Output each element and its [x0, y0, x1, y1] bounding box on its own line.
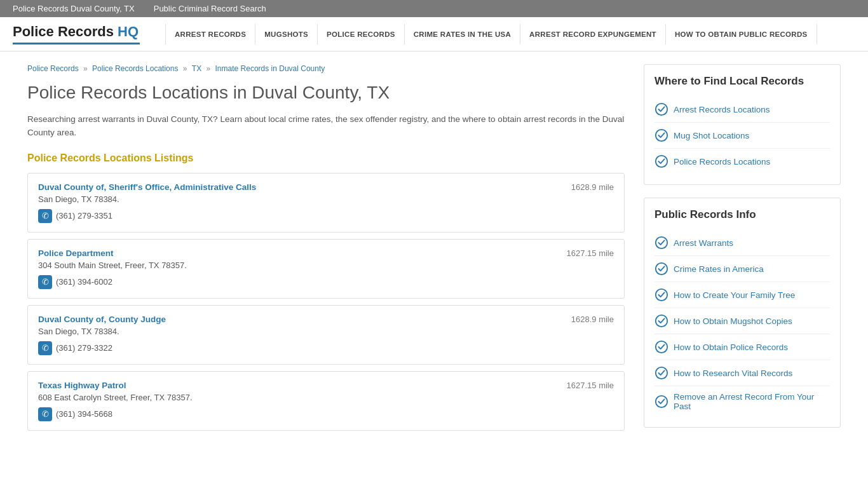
public-link-4[interactable]: How to Obtain Police Records [654, 334, 830, 360]
listing-card-2: Duval County of, County Judge 1628.9 mil… [27, 305, 625, 365]
main-container: Police Records » Police Records Location… [15, 51, 853, 453]
breadcrumb: Police Records » Police Records Location… [27, 64, 625, 73]
listing-name-0: Duval County of, Sheriff's Office, Admin… [38, 182, 256, 192]
listing-header-3: Texas Highway Patrol 1627.15 mile [38, 381, 614, 390]
listing-phone-1: ✆ (361) 394-6002 [38, 275, 614, 289]
public-link-1[interactable]: Crime Rates in America [654, 256, 830, 282]
listing-name-3: Texas Highway Patrol [38, 381, 126, 390]
listing-phone-3: ✆ (361) 394-5668 [38, 407, 614, 421]
sidebar-public-records-title: Public Records Info [654, 208, 830, 221]
public-link-label-3: How to Obtain Mugshot Copies [674, 316, 792, 326]
public-link-label-1: Crime Rates in America [674, 264, 764, 274]
where-link-0[interactable]: Arrest Records Locations [654, 97, 830, 123]
sidebar-where-title: Where to Find Local Records [654, 75, 830, 88]
listing-phone-number-2: (361) 279-3322 [56, 343, 112, 353]
svg-point-6 [656, 315, 667, 327]
listing-address-1: 304 South Main Street, Freer, TX 78357. [38, 261, 614, 270]
public-link-3[interactable]: How to Obtain Mugshot Copies [654, 308, 830, 334]
breadcrumb-sep-1: » [83, 64, 90, 73]
check-circle-icon [654, 154, 668, 168]
nav-item-crime-rates-in-the-usa[interactable]: CRIME RATES IN THE USA [405, 24, 520, 44]
svg-point-2 [656, 156, 667, 167]
check-circle-icon [654, 262, 668, 276]
check-circle-icon [654, 288, 668, 302]
where-links: Arrest Records Locations Mug Shot Locati… [654, 97, 830, 174]
sidebar-public-records-box: Public Records Info Arrest Warrants Crim… [644, 198, 841, 428]
phone-icon-0: ✆ [38, 209, 52, 223]
breadcrumb-tx[interactable]: TX [192, 64, 201, 73]
svg-point-5 [656, 289, 667, 301]
public-link-label-5: How to Research Vital Records [674, 369, 792, 378]
check-circle-icon [654, 102, 668, 116]
where-link-label-2: Police Records Locations [674, 157, 770, 166]
listing-distance-0: 1628.9 mile [571, 182, 614, 192]
public-link-2[interactable]: How to Create Your Family Tree [654, 282, 830, 308]
listing-name-1: Police Department [38, 248, 114, 258]
main-content: Police Records » Police Records Location… [27, 64, 625, 440]
public-link-label-2: How to Create Your Family Tree [674, 290, 795, 300]
listing-distance-2: 1628.9 mile [571, 315, 614, 324]
breadcrumb-police-records-locations[interactable]: Police Records Locations [92, 64, 178, 73]
public-link-0[interactable]: Arrest Warrants [654, 230, 830, 256]
listing-address-3: 608 East Carolyn Street, Freer, TX 78357… [38, 393, 614, 402]
where-link-2[interactable]: Police Records Locations [654, 149, 830, 174]
svg-point-7 [656, 341, 667, 353]
sidebar: Where to Find Local Records Arrest Recor… [644, 64, 841, 440]
check-circle-icon [654, 366, 668, 380]
public-link-label-6: Remove an Arrest Record From Your Past [674, 392, 830, 411]
listing-card-1: Police Department 1627.15 mile 304 South… [27, 239, 625, 299]
nav-item-police-records[interactable]: POLICE RECORDS [318, 24, 405, 44]
breadcrumb-sep-3: » [207, 64, 213, 73]
breadcrumb-police-records[interactable]: Police Records [27, 64, 79, 73]
where-link-label-1: Mug Shot Locations [674, 131, 749, 140]
listing-header-1: Police Department 1627.15 mile [38, 248, 614, 258]
check-circle-icon [654, 128, 668, 142]
check-circle-icon [654, 395, 668, 409]
phone-icon-1: ✆ [38, 275, 52, 289]
check-circle-icon [654, 314, 668, 328]
public-link-6[interactable]: Remove an Arrest Record From Your Past [654, 386, 830, 417]
topbar-link-1[interactable]: Police Records Duval County, TX [13, 4, 135, 13]
check-circle-icon [654, 236, 668, 250]
where-link-1[interactable]: Mug Shot Locations [654, 123, 830, 149]
listing-address-0: San Diego, TX 78384. [38, 194, 614, 204]
listings-heading: Police Records Locations Listings [27, 152, 625, 164]
nav-item-mugshots[interactable]: MUGSHOTS [255, 24, 318, 44]
listing-distance-3: 1627.15 mile [567, 381, 614, 390]
nav-item-arrest-record-expungement[interactable]: ARREST RECORD EXPUNGEMENT [520, 24, 666, 44]
svg-point-1 [656, 130, 667, 141]
svg-point-4 [656, 263, 667, 274]
svg-point-3 [656, 237, 667, 248]
listing-card-3: Texas Highway Patrol 1627.15 mile 608 Ea… [27, 371, 625, 431]
svg-point-0 [656, 104, 667, 115]
check-circle-icon [654, 340, 668, 354]
listings-container: Duval County of, Sheriff's Office, Admin… [27, 173, 625, 431]
listing-phone-number-3: (361) 394-5668 [56, 409, 112, 419]
where-link-label-0: Arrest Records Locations [674, 105, 770, 114]
nav-item-arrest-records[interactable]: ARREST RECORDS [165, 24, 255, 44]
listing-distance-1: 1627.15 mile [567, 248, 614, 258]
listing-name-2: Duval County of, County Judge [38, 315, 166, 324]
nav-item-how-to-obtain-public-records[interactable]: HOW TO OBTAIN PUBLIC RECORDS [666, 24, 817, 44]
public-link-5[interactable]: How to Research Vital Records [654, 360, 830, 386]
header: Police Records HQ ARREST RECORDSMUGSHOTS… [0, 17, 868, 51]
public-links: Arrest Warrants Crime Rates in America H… [654, 230, 830, 417]
svg-point-9 [656, 396, 667, 407]
logo[interactable]: Police Records HQ [13, 24, 140, 44]
public-link-label-0: Arrest Warrants [674, 238, 733, 248]
listing-phone-number-1: (361) 394-6002 [56, 277, 112, 287]
page-description: Researching arrest warrants in Duval Cou… [27, 112, 625, 140]
listing-header-0: Duval County of, Sheriff's Office, Admin… [38, 182, 614, 192]
svg-point-8 [656, 367, 667, 379]
breadcrumb-sep-2: » [183, 64, 189, 73]
phone-icon-2: ✆ [38, 341, 52, 355]
sidebar-where-box: Where to Find Local Records Arrest Recor… [644, 64, 841, 185]
breadcrumb-inmate[interactable]: Inmate Records in Duval County [215, 64, 325, 73]
listing-phone-number-0: (361) 279-3351 [56, 211, 112, 220]
topbar-link-2[interactable]: Public Criminal Record Search [154, 4, 266, 13]
public-link-label-4: How to Obtain Police Records [674, 342, 788, 352]
listing-header-2: Duval County of, County Judge 1628.9 mil… [38, 315, 614, 324]
page-title: Police Records Locations in Duval County… [27, 82, 625, 104]
listing-card-0: Duval County of, Sheriff's Office, Admin… [27, 173, 625, 233]
top-bar: Police Records Duval County, TX Public C… [0, 0, 868, 17]
